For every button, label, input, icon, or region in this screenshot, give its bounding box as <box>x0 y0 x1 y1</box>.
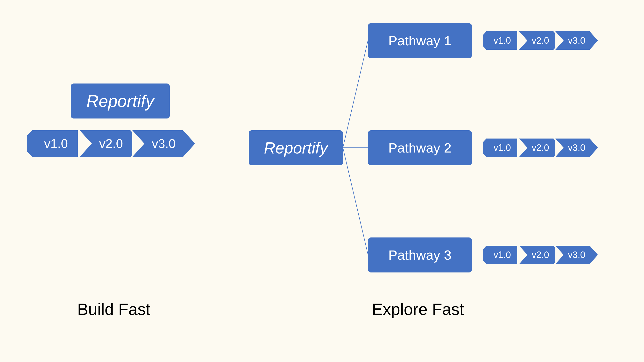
chevron-p3-v2: v2.0 <box>519 246 554 264</box>
pathway-2-label: Pathway 2 <box>388 140 452 156</box>
chevron-p2-v2: v2.0 <box>519 138 554 157</box>
svg-line-0 <box>343 40 368 148</box>
left-version-chevrons: v1.0 v2.0 v3.0 <box>27 130 185 157</box>
chevron-p3-v1: v1.0 <box>483 246 517 264</box>
pathway-3-versions: v1.0 v2.0 v3.0 <box>483 246 592 264</box>
svg-line-2 <box>343 148 368 255</box>
right-caption: Explore Fast <box>372 300 464 319</box>
chevron-p1-v3: v3.0 <box>556 31 590 50</box>
chevron-v2: v2.0 <box>80 130 130 157</box>
right-product-label: Reportify <box>264 139 328 157</box>
chevron-v3: v3.0 <box>132 130 183 157</box>
pathway-2-versions: v1.0 v2.0 v3.0 <box>483 138 592 157</box>
left-product-box: Reportify <box>71 83 170 118</box>
chevron-p1-v1: v1.0 <box>483 31 517 50</box>
chevron-p1-v2: v2.0 <box>519 31 554 50</box>
pathway-1-label: Pathway 1 <box>388 33 452 48</box>
pathway-3-label: Pathway 3 <box>388 247 452 263</box>
pathway-3-box: Pathway 3 <box>368 238 472 273</box>
pathway-1-box: Pathway 1 <box>368 23 472 58</box>
chevron-v1: v1.0 <box>27 130 78 157</box>
pathway-2-box: Pathway 2 <box>368 130 472 165</box>
chevron-p3-v3: v3.0 <box>556 246 590 264</box>
left-product-label: Reportify <box>86 91 154 111</box>
chevron-p2-v1: v1.0 <box>483 138 517 157</box>
pathway-1-versions: v1.0 v2.0 v3.0 <box>483 31 592 50</box>
chevron-p2-v3: v3.0 <box>556 138 590 157</box>
right-product-box: Reportify <box>249 130 343 165</box>
left-caption: Build Fast <box>77 300 150 319</box>
